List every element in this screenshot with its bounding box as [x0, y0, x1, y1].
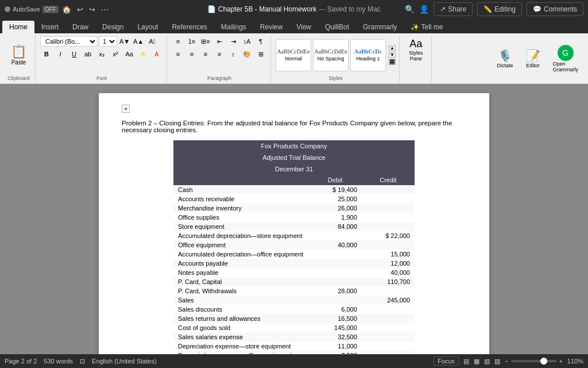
- editor-button[interactable]: 📝 Editor: [521, 46, 546, 71]
- add-content-button[interactable]: +: [122, 105, 130, 113]
- row-credit: [362, 332, 415, 342]
- focus-button[interactable]: Focus: [434, 356, 459, 366]
- decrease-font-btn[interactable]: A▼: [118, 36, 131, 47]
- debit-header: Debit: [309, 175, 362, 185]
- align-justify-button[interactable]: ≡: [213, 48, 226, 60]
- editing-button[interactable]: ✏️ Editing: [477, 2, 522, 16]
- doc-icon: 📄: [207, 5, 218, 13]
- tab-grammarly[interactable]: Grammarly: [356, 21, 404, 33]
- zoom-plus-button[interactable]: +: [559, 358, 563, 365]
- styles-expand-btn[interactable]: ▲ ▼ ⬛: [389, 45, 396, 65]
- increase-font-btn[interactable]: A▲: [132, 36, 145, 47]
- subscript-button[interactable]: x₂: [95, 48, 108, 60]
- layout-icon-2[interactable]: ▦: [474, 358, 479, 365]
- open-grammarly-button[interactable]: G OpenGrammarly: [548, 42, 584, 75]
- table-row: Sales discounts6,000: [173, 305, 415, 314]
- font-controls: Calibri (Bo... 12 A▼ A▲ A⃝ B I U ab x₂ x…: [40, 36, 163, 74]
- redo-icon[interactable]: ↪: [89, 5, 95, 14]
- zoom-slider[interactable]: [511, 360, 557, 362]
- style-no-spacing[interactable]: AaBbCcDdEe No Spacing: [313, 39, 349, 71]
- numbering-button[interactable]: 1≡: [185, 36, 198, 47]
- style-normal[interactable]: AaBbCcDdEe Normal: [276, 39, 311, 71]
- strikethrough-button[interactable]: ab: [82, 48, 94, 60]
- layout-icon-3[interactable]: ▧: [484, 358, 490, 365]
- dictate-button[interactable]: 🎙️ Dictate: [492, 46, 518, 71]
- style-nospace-label: No Spacing: [318, 56, 345, 62]
- decrease-indent-button[interactable]: ⇤: [213, 36, 226, 47]
- borders-button[interactable]: ⊞: [254, 48, 267, 60]
- tab-layout[interactable]: Layout: [130, 21, 165, 33]
- show-paragraph-button[interactable]: ¶: [254, 36, 267, 47]
- chevron-up-icon[interactable]: ▲: [389, 45, 396, 51]
- sort-button[interactable]: ↕A: [241, 36, 253, 47]
- align-center-button[interactable]: ≡: [185, 48, 198, 60]
- chevron-down-icon[interactable]: ▼: [389, 52, 396, 58]
- language[interactable]: English (United States): [92, 358, 157, 365]
- increase-indent-button[interactable]: ⇥: [227, 36, 239, 47]
- line-spacing-button[interactable]: ↕: [227, 48, 239, 60]
- bold-button[interactable]: B: [40, 48, 53, 60]
- zoom-level[interactable]: 110%: [565, 358, 583, 365]
- zoom-thumb: [540, 358, 547, 365]
- bullets-button[interactable]: ≡: [172, 36, 184, 47]
- proofing-icon[interactable]: ⊡: [80, 358, 85, 365]
- row-debit: 6,000: [309, 305, 362, 314]
- styles-pane-button[interactable]: Aa StylesPane: [404, 36, 428, 64]
- clear-formatting-btn[interactable]: A⃝: [146, 36, 158, 47]
- row-debit: [309, 259, 362, 268]
- autosave-indicator: AutoSave OFF: [5, 6, 59, 13]
- share-button[interactable]: ↗ Share: [434, 2, 473, 16]
- tab-tellme[interactable]: ✨ Tell me: [404, 21, 450, 33]
- tab-quillbot[interactable]: QuillBot: [318, 21, 356, 33]
- row-label: Store equipment: [173, 222, 309, 231]
- paste-button[interactable]: 📋 Paste: [6, 41, 32, 68]
- row-label: Accumulated depreciation—store equipment: [173, 231, 309, 240]
- align-left-button[interactable]: ≡: [172, 48, 184, 60]
- font-name-select[interactable]: Calibri (Bo...: [40, 36, 98, 47]
- font-size-select[interactable]: 12: [99, 36, 117, 47]
- italic-button[interactable]: I: [54, 48, 67, 60]
- style-nospace-preview: AaBbCcDdEe: [314, 48, 347, 55]
- row-label: Accounts payable: [173, 259, 309, 268]
- superscript-button[interactable]: x²: [109, 48, 122, 60]
- multilevel-list-button[interactable]: ⊞≡: [199, 36, 212, 47]
- more-icon[interactable]: ⋯: [101, 5, 109, 14]
- font-color-button[interactable]: A: [150, 48, 163, 60]
- expand-icon[interactable]: ⬛: [389, 59, 396, 65]
- tab-design[interactable]: Design: [95, 21, 130, 33]
- word-count: 530 words: [44, 358, 73, 365]
- row-debit: 28,000: [309, 286, 362, 296]
- undo-icon[interactable]: ↩: [77, 5, 83, 14]
- row-debit: 26,000: [309, 204, 362, 213]
- tab-references[interactable]: References: [165, 21, 214, 33]
- row-credit: 15,000: [362, 250, 415, 259]
- row-credit: [362, 342, 415, 351]
- tab-home[interactable]: Home: [2, 21, 34, 33]
- row-label: Sales: [173, 296, 309, 305]
- text-case-button[interactable]: Aa: [123, 48, 136, 60]
- comments-button[interactable]: 💬 Comments: [527, 2, 583, 16]
- shading-button[interactable]: 🎨: [241, 48, 253, 60]
- trial-balance-table: Fox Products Company Adjusted Trial Bala…: [173, 140, 415, 354]
- search-icon[interactable]: 🔍: [405, 5, 415, 14]
- row-label: Accumulated depreciation—office equipmen…: [173, 250, 309, 259]
- underline-button[interactable]: U: [68, 48, 80, 60]
- status-right: Focus ▤ ▦ ▧ ▨ − + 110%: [434, 356, 583, 366]
- tab-insert[interactable]: Insert: [34, 21, 65, 33]
- row-credit: 40,000: [362, 268, 415, 277]
- tab-view[interactable]: View: [289, 21, 318, 33]
- align-right-button[interactable]: ≡: [199, 48, 212, 60]
- table-row: Accumulated depreciation—store equipment…: [173, 231, 415, 240]
- layout-icon-4[interactable]: ▨: [494, 358, 500, 365]
- layout-icon-1[interactable]: ▤: [463, 358, 469, 365]
- tab-review[interactable]: Review: [253, 21, 289, 33]
- zoom-minus-button[interactable]: −: [505, 358, 508, 365]
- row-credit: [362, 240, 415, 250]
- profile-icon[interactable]: 👤: [419, 5, 429, 14]
- row-credit: 245,000: [362, 296, 415, 305]
- tab-mailings[interactable]: Mailings: [214, 21, 253, 33]
- text-highlight-button[interactable]: A: [137, 48, 149, 60]
- date-cell: December 31: [173, 163, 415, 175]
- tab-draw[interactable]: Draw: [65, 21, 95, 33]
- style-heading1[interactable]: AaBbCcDc Heading 1: [350, 39, 386, 71]
